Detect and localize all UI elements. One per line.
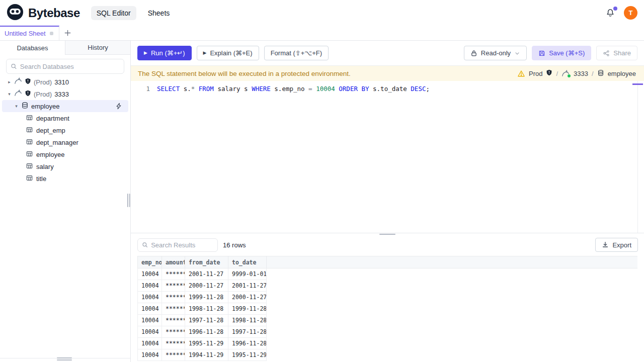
result-cell[interactable]: 1998-11-28 — [228, 315, 267, 326]
tab-history[interactable]: History — [65, 41, 130, 54]
database-employee[interactable]: ▾ employee — [2, 100, 128, 112]
result-row: 10004******1999-11-282000-11-27 — [138, 292, 638, 303]
instance-prod-3310[interactable]: ▸ (Prod) 3310 — [2, 76, 128, 88]
explain-button[interactable]: ▶ Explain (⌘+E) — [197, 46, 259, 60]
table-icon — [26, 114, 33, 123]
sql-token: 10004 — [316, 85, 335, 93]
result-cell[interactable]: 9999-01-01 — [228, 268, 267, 280]
tab-databases[interactable]: Databases — [0, 41, 65, 55]
result-cell[interactable]: 1997-11-28 — [185, 315, 228, 326]
sidebar-table-dept_manager[interactable]: dept_manager — [2, 136, 128, 148]
export-button[interactable]: Export — [595, 238, 638, 252]
sidebar-table-employee[interactable]: employee — [2, 148, 128, 160]
result-row: 10004******1997-11-281998-11-28 — [138, 315, 638, 326]
result-table-wrap: emp_noamountfrom_dateto_date 10004******… — [131, 256, 644, 361]
sidebar-table-salary[interactable]: salary — [2, 160, 128, 172]
result-cell[interactable]: 10004 — [138, 326, 162, 338]
instance-prod-3333[interactable]: ▾ (Prod) 3333 — [2, 88, 128, 100]
sql-code-line[interactable]: SELECT s.* FROM salary s WHERE s.emp_no … — [150, 84, 430, 94]
result-cell[interactable]: 1996-11-28 — [185, 326, 228, 338]
result-table: emp_noamountfrom_dateto_date 10004******… — [137, 256, 637, 361]
sheet-tab-untitled[interactable]: Untitled Sheet — [0, 26, 59, 40]
brand[interactable]: Bytebase — [7, 4, 80, 23]
result-cell[interactable]: 1995-11-29 — [185, 338, 228, 349]
sidebar-search — [0, 55, 130, 75]
result-column-to_date: to_date — [228, 256, 267, 268]
result-cell[interactable]: 1999-11-28 — [228, 303, 267, 315]
result-cell[interactable]: ****** — [162, 303, 185, 315]
result-cell[interactable]: 1994-11-29 — [185, 349, 228, 361]
sql-token: ORDER BY — [339, 85, 369, 93]
result-cell[interactable]: ****** — [162, 326, 185, 338]
sql-editor-area[interactable]: 1 SELECT s.* FROM salary s WHERE s.emp_n… — [131, 81, 644, 233]
shield-icon — [546, 69, 552, 77]
result-cell[interactable]: ****** — [162, 315, 185, 326]
database-search-input[interactable] — [20, 63, 120, 70]
connection-bolt-icon[interactable] — [115, 103, 122, 111]
result-column-filler — [267, 256, 638, 268]
sidebar-resize-handle[interactable] — [57, 357, 72, 361]
result-cell[interactable]: 2001-11-27 — [185, 268, 228, 280]
result-cell[interactable]: 10004 — [138, 292, 162, 303]
table-name: salary — [36, 163, 54, 170]
result-cell[interactable]: 1996-11-28 — [228, 338, 267, 349]
result-cell[interactable]: ****** — [162, 349, 185, 361]
result-cell[interactable]: 10004 — [138, 303, 162, 315]
run-button[interactable]: ▶ Run (⌘+↵) — [137, 46, 192, 60]
format-button[interactable]: Format (⇧+⌥+F) — [264, 46, 329, 60]
save-floppy-icon — [538, 50, 545, 57]
instance-name: 3333 — [54, 90, 69, 98]
result-cell[interactable]: 2000-11-27 — [228, 292, 267, 303]
share-button[interactable]: Share — [596, 46, 637, 60]
caret-down-icon[interactable]: ▾ — [7, 92, 12, 97]
result-row: 10004******1994-11-291995-11-29 — [138, 349, 638, 361]
caret-down-icon[interactable]: ▾ — [14, 104, 19, 109]
result-cell[interactable]: 10004 — [138, 338, 162, 349]
unsaved-indicator-dot — [50, 32, 53, 35]
result-cell[interactable]: ****** — [162, 292, 185, 303]
result-cell[interactable]: 2001-11-27 — [228, 280, 267, 292]
result-cell[interactable]: 1995-11-29 — [228, 349, 267, 361]
results-toolbar: 16 rows Export — [131, 233, 644, 256]
instance-env-label: (Prod) — [34, 90, 52, 98]
result-cell[interactable]: 10004 — [138, 268, 162, 280]
result-cell[interactable]: 10004 — [138, 315, 162, 326]
sidebar-table-title[interactable]: title — [2, 172, 128, 185]
database-label[interactable]: employee — [608, 70, 636, 77]
result-cell[interactable]: 10004 — [138, 280, 162, 292]
database-name: employee — [31, 103, 59, 110]
nav-sheets[interactable]: Sheets — [142, 6, 176, 20]
add-sheet-button[interactable] — [64, 29, 71, 37]
save-button[interactable]: Save (⌘+S) — [532, 46, 591, 60]
result-cell[interactable]: 1999-11-28 — [185, 292, 228, 303]
caret-right-icon[interactable]: ▸ — [7, 80, 12, 84]
sidebar-table-department[interactable]: department — [2, 112, 128, 124]
instance-env-label: (Prod) — [34, 78, 52, 86]
environment-label[interactable]: Prod — [529, 70, 542, 77]
sidebar-table-dept_emp[interactable]: dept_emp — [2, 124, 128, 136]
result-cell[interactable]: 1997-11-28 — [228, 326, 267, 338]
table-name: title — [36, 175, 46, 183]
sql-token: s.to_date — [369, 85, 411, 93]
notification-bell-button[interactable] — [605, 8, 615, 18]
instance-label[interactable]: 3333 — [574, 70, 588, 77]
plus-icon — [64, 29, 71, 37]
lock-icon — [470, 50, 477, 57]
results-search-input[interactable] — [151, 241, 213, 249]
result-cell[interactable]: ****** — [162, 338, 185, 349]
editor-scrollbar-track[interactable] — [637, 81, 638, 233]
result-cell[interactable]: ****** — [162, 268, 185, 280]
result-cell[interactable]: 2000-11-27 — [185, 280, 228, 292]
readonly-mode-button[interactable]: Read-only — [464, 46, 527, 60]
sidebar-drag-handle[interactable] — [126, 194, 131, 207]
result-cell[interactable]: ****** — [162, 280, 185, 292]
sql-token: FROM — [199, 85, 214, 93]
result-cell[interactable]: 10004 — [138, 349, 162, 361]
results-resize-handle[interactable] — [379, 233, 395, 235]
table-icon — [26, 174, 33, 183]
result-cell-filler — [267, 280, 638, 292]
table-list: department dept_emp dept_manager employe… — [2, 112, 128, 185]
nav-sql-editor[interactable]: SQL Editor — [91, 6, 136, 20]
user-avatar[interactable]: T — [624, 6, 637, 20]
result-cell[interactable]: 1998-11-28 — [185, 303, 228, 315]
